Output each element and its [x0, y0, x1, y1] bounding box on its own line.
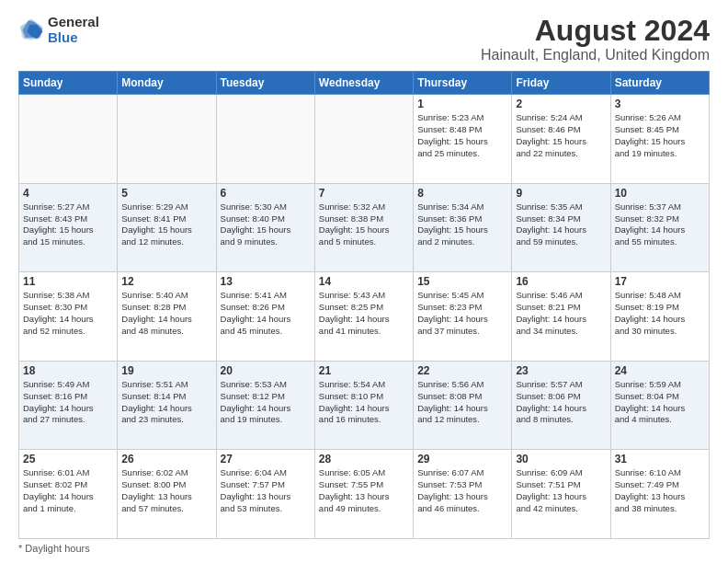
table-row: 20Sunrise: 5:53 AM Sunset: 8:12 PM Dayli… [216, 361, 314, 450]
day-number: 8 [417, 187, 507, 200]
table-row: 29Sunrise: 6:07 AM Sunset: 7:53 PM Dayli… [414, 450, 512, 539]
day-info: Sunrise: 6:07 AM Sunset: 7:53 PM Dayligh… [417, 467, 507, 514]
calendar-body: 1Sunrise: 5:23 AM Sunset: 8:48 PM Daylig… [19, 95, 710, 539]
day-info: Sunrise: 5:24 AM Sunset: 8:46 PM Dayligh… [516, 112, 606, 159]
table-row: 1Sunrise: 5:23 AM Sunset: 8:48 PM Daylig… [414, 95, 512, 184]
day-number: 7 [319, 187, 409, 200]
day-number: 4 [23, 187, 113, 200]
day-number: 28 [319, 453, 409, 465]
day-number: 29 [417, 453, 507, 465]
table-row: 11Sunrise: 5:38 AM Sunset: 8:30 PM Dayli… [19, 272, 118, 362]
table-row: 31Sunrise: 6:10 AM Sunset: 7:49 PM Dayli… [610, 450, 709, 539]
day-info: Sunrise: 5:23 AM Sunset: 8:48 PM Dayligh… [417, 112, 507, 159]
footer-note: * Daylight hours [18, 543, 710, 554]
table-row: 26Sunrise: 6:02 AM Sunset: 8:00 PM Dayli… [118, 450, 216, 539]
day-info: Sunrise: 5:59 AM Sunset: 8:04 PM Dayligh… [615, 379, 705, 426]
footer-text: Daylight hours [25, 543, 89, 554]
calendar-title: August 2024 [481, 15, 710, 47]
day-number: 13 [221, 275, 311, 288]
day-info: Sunrise: 6:09 AM Sunset: 7:51 PM Dayligh… [516, 467, 606, 514]
table-row: 10Sunrise: 5:37 AM Sunset: 8:32 PM Dayli… [610, 183, 709, 272]
day-number: 2 [516, 98, 606, 110]
day-info: Sunrise: 5:49 AM Sunset: 8:16 PM Dayligh… [23, 379, 113, 426]
day-number: 15 [417, 275, 507, 288]
calendar-table: Sunday Monday Tuesday Wednesday Thursday… [18, 71, 710, 539]
day-number: 10 [615, 187, 705, 200]
calendar-header-row: Sunday Monday Tuesday Wednesday Thursday… [19, 72, 710, 95]
header: General Blue August 2024 Hainault, Engla… [18, 15, 710, 63]
title-block: August 2024 Hainault, England, United Ki… [481, 15, 710, 63]
table-row: 5Sunrise: 5:29 AM Sunset: 8:41 PM Daylig… [118, 183, 216, 272]
day-info: Sunrise: 5:53 AM Sunset: 8:12 PM Dayligh… [221, 379, 311, 426]
col-saturday: Saturday [610, 72, 709, 95]
day-number: 12 [121, 275, 211, 288]
day-info: Sunrise: 5:43 AM Sunset: 8:25 PM Dayligh… [319, 290, 409, 337]
day-info: Sunrise: 5:30 AM Sunset: 8:40 PM Dayligh… [221, 201, 311, 248]
calendar-subtitle: Hainault, England, United Kingdom [481, 47, 710, 63]
table-row [19, 95, 118, 184]
calendar-week-row: 11Sunrise: 5:38 AM Sunset: 8:30 PM Dayli… [19, 272, 710, 362]
day-number: 9 [516, 187, 606, 200]
day-number: 5 [121, 187, 211, 200]
day-info: Sunrise: 5:40 AM Sunset: 8:28 PM Dayligh… [121, 290, 211, 337]
day-info: Sunrise: 5:26 AM Sunset: 8:45 PM Dayligh… [615, 112, 705, 159]
logo-icon [18, 17, 44, 43]
table-row: 18Sunrise: 5:49 AM Sunset: 8:16 PM Dayli… [19, 361, 118, 450]
day-number: 30 [516, 453, 606, 465]
logo: General Blue [18, 15, 99, 45]
day-info: Sunrise: 5:32 AM Sunset: 8:38 PM Dayligh… [319, 201, 409, 248]
col-monday: Monday [118, 72, 216, 95]
table-row: 28Sunrise: 6:05 AM Sunset: 7:55 PM Dayli… [314, 450, 413, 539]
col-sunday: Sunday [19, 72, 118, 95]
day-number: 25 [23, 453, 113, 465]
day-info: Sunrise: 6:05 AM Sunset: 7:55 PM Dayligh… [319, 467, 409, 514]
day-number: 16 [516, 275, 606, 288]
table-row [118, 95, 216, 184]
table-row: 19Sunrise: 5:51 AM Sunset: 8:14 PM Dayli… [118, 361, 216, 450]
day-info: Sunrise: 5:56 AM Sunset: 8:08 PM Dayligh… [417, 379, 507, 426]
day-info: Sunrise: 5:46 AM Sunset: 8:21 PM Dayligh… [516, 290, 606, 337]
logo-blue-text: Blue [48, 30, 99, 46]
day-info: Sunrise: 5:41 AM Sunset: 8:26 PM Dayligh… [221, 290, 311, 337]
table-row: 15Sunrise: 5:45 AM Sunset: 8:23 PM Dayli… [414, 272, 512, 362]
day-number: 27 [221, 453, 311, 465]
day-number: 6 [221, 187, 311, 200]
table-row: 27Sunrise: 6:04 AM Sunset: 7:57 PM Dayli… [216, 450, 314, 539]
day-number: 31 [615, 453, 705, 465]
table-row: 21Sunrise: 5:54 AM Sunset: 8:10 PM Dayli… [314, 361, 413, 450]
table-row: 17Sunrise: 5:48 AM Sunset: 8:19 PM Dayli… [610, 272, 709, 362]
day-number: 17 [615, 275, 705, 288]
table-row: 22Sunrise: 5:56 AM Sunset: 8:08 PM Dayli… [414, 361, 512, 450]
table-row: 14Sunrise: 5:43 AM Sunset: 8:25 PM Dayli… [314, 272, 413, 362]
day-number: 19 [121, 364, 211, 377]
table-row: 30Sunrise: 6:09 AM Sunset: 7:51 PM Dayli… [512, 450, 610, 539]
table-row: 4Sunrise: 5:27 AM Sunset: 8:43 PM Daylig… [19, 183, 118, 272]
page: General Blue August 2024 Hainault, Engla… [0, 0, 728, 563]
day-info: Sunrise: 5:45 AM Sunset: 8:23 PM Dayligh… [417, 290, 507, 337]
table-row: 9Sunrise: 5:35 AM Sunset: 8:34 PM Daylig… [512, 183, 610, 272]
col-friday: Friday [512, 72, 610, 95]
logo-text: General Blue [48, 15, 99, 45]
day-number: 3 [615, 98, 705, 110]
day-info: Sunrise: 6:01 AM Sunset: 8:02 PM Dayligh… [23, 467, 113, 514]
day-info: Sunrise: 5:51 AM Sunset: 8:14 PM Dayligh… [121, 379, 211, 426]
table-row: 24Sunrise: 5:59 AM Sunset: 8:04 PM Dayli… [610, 361, 709, 450]
table-row: 3Sunrise: 5:26 AM Sunset: 8:45 PM Daylig… [610, 95, 709, 184]
table-row: 2Sunrise: 5:24 AM Sunset: 8:46 PM Daylig… [512, 95, 610, 184]
day-info: Sunrise: 6:02 AM Sunset: 8:00 PM Dayligh… [121, 467, 211, 514]
table-row: 25Sunrise: 6:01 AM Sunset: 8:02 PM Dayli… [19, 450, 118, 539]
day-number: 1 [417, 98, 507, 110]
col-wednesday: Wednesday [314, 72, 413, 95]
day-info: Sunrise: 5:57 AM Sunset: 8:06 PM Dayligh… [516, 379, 606, 426]
day-number: 14 [319, 275, 409, 288]
day-info: Sunrise: 5:38 AM Sunset: 8:30 PM Dayligh… [23, 290, 113, 337]
day-info: Sunrise: 5:29 AM Sunset: 8:41 PM Dayligh… [121, 201, 211, 248]
table-row: 23Sunrise: 5:57 AM Sunset: 8:06 PM Dayli… [512, 361, 610, 450]
col-thursday: Thursday [414, 72, 512, 95]
day-info: Sunrise: 5:34 AM Sunset: 8:36 PM Dayligh… [417, 201, 507, 248]
day-number: 23 [516, 364, 606, 377]
day-number: 20 [221, 364, 311, 377]
table-row: 12Sunrise: 5:40 AM Sunset: 8:28 PM Dayli… [118, 272, 216, 362]
col-tuesday: Tuesday [216, 72, 314, 95]
table-row: 13Sunrise: 5:41 AM Sunset: 8:26 PM Dayli… [216, 272, 314, 362]
